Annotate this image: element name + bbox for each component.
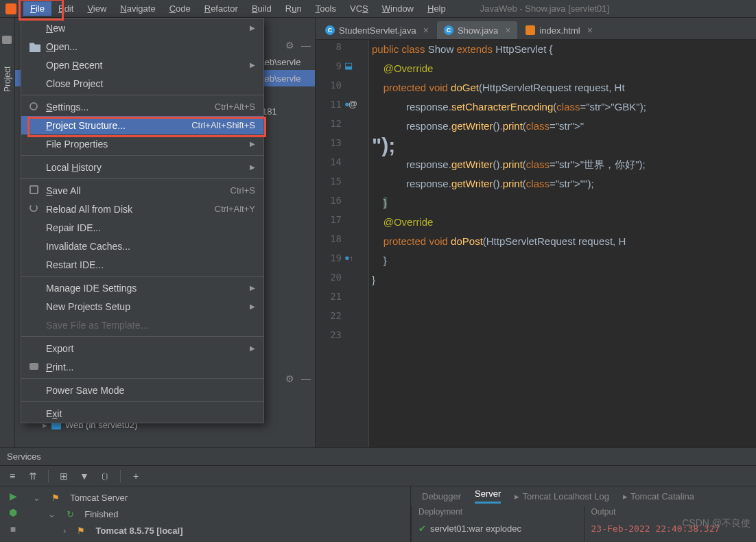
menu-item-new-projects-setup[interactable]: New Projects Setup▶ bbox=[21, 297, 263, 316]
menu-build[interactable]: Build bbox=[245, 1, 279, 16]
services-header[interactable]: Services bbox=[0, 448, 756, 466]
menu-item-restart-ide[interactable]: Restart IDE... bbox=[21, 255, 263, 274]
code-line[interactable]: public class Show extends HttpServlet { bbox=[372, 40, 756, 59]
menu-item-save-all[interactable]: Save AllCtrl+S bbox=[21, 181, 263, 200]
menu-item-settings[interactable]: Settings...Ctrl+Alt+S bbox=[21, 97, 263, 116]
menu-item-print[interactable]: Print... bbox=[21, 357, 263, 376]
menu-view[interactable]: View bbox=[80, 1, 113, 16]
deployment-item[interactable]: ✔servlet01:war explodec bbox=[412, 521, 584, 537]
tree-row[interactable]: › ⚑ Tomcat 8.5.75 [local] bbox=[33, 522, 403, 539]
stop-icon[interactable]: ■ bbox=[8, 523, 19, 534]
menu-item-new[interactable]: New▶ bbox=[21, 19, 263, 37]
close-tab-icon[interactable]: × bbox=[423, 25, 429, 36]
services-tab[interactable]: ▸Tomcat Catalina bbox=[623, 491, 694, 502]
minimize-icon[interactable]: — bbox=[301, 40, 311, 51]
gear-icon[interactable]: ⚙ bbox=[285, 373, 294, 384]
code-line[interactable]: @Override bbox=[372, 59, 756, 78]
code-line[interactable]: } bbox=[372, 251, 756, 270]
menu-vcs[interactable]: VCS bbox=[343, 1, 375, 16]
menu-item-invalidate-caches[interactable]: Invalidate Caches... bbox=[21, 237, 263, 255]
line-number[interactable]: 12 bbox=[316, 118, 342, 129]
menu-refactor[interactable]: Refactor bbox=[198, 1, 245, 16]
editor-tab[interactable]: CShow.java× bbox=[437, 21, 517, 39]
menu-item-exit[interactable]: Exit bbox=[21, 404, 263, 423]
menu-tools[interactable]: Tools bbox=[309, 1, 343, 16]
menu-item-project-structure[interactable]: Project Structure...Ctrl+Alt+Shift+S bbox=[21, 116, 263, 134]
line-number[interactable]: 15 bbox=[316, 176, 342, 187]
services-tree[interactable]: ⌄ ⚑ Tomcat Server ⌄ ↻ Finished › ⚑ Tomca… bbox=[26, 486, 410, 542]
layout-icon[interactable]: ⊞ bbox=[58, 471, 69, 482]
submenu-arrow-icon: ▶ bbox=[250, 61, 255, 69]
override-gutter-icon[interactable]: ●↑ bbox=[344, 252, 355, 263]
menu-item-power-save-mode[interactable]: Power Save Mode bbox=[21, 381, 263, 399]
line-number[interactable]: 23 bbox=[316, 329, 342, 340]
filter-icon[interactable]: ▼ bbox=[79, 471, 90, 482]
line-number[interactable]: 18 bbox=[316, 233, 342, 244]
line-number[interactable]: 9 bbox=[316, 60, 342, 71]
minimize-icon[interactable]: — bbox=[301, 373, 311, 384]
menu-item-label: File Properties bbox=[46, 139, 108, 150]
menu-item-label: Restart IDE... bbox=[46, 259, 104, 270]
services-toolbar: ≡ ⇈ ⊞ ▼ ⟮⟯ + bbox=[0, 466, 756, 486]
line-number[interactable]: 14 bbox=[316, 156, 342, 167]
menu-window[interactable]: Window bbox=[375, 1, 421, 16]
code-line[interactable]: response.getWriter().print(class="str">"… bbox=[372, 174, 756, 193]
menu-item-export[interactable]: Export▶ bbox=[21, 339, 263, 357]
line-number[interactable]: 11 bbox=[316, 99, 342, 110]
services-tab[interactable]: Server bbox=[475, 488, 501, 504]
add-icon[interactable]: + bbox=[130, 471, 141, 482]
menu-item-label: Power Save Mode bbox=[46, 385, 124, 396]
menu-navigate[interactable]: Navigate bbox=[113, 1, 162, 16]
code-line[interactable]: response.setCharacterEncoding(class="str… bbox=[372, 97, 756, 117]
code-line[interactable]: } bbox=[372, 193, 756, 213]
line-number[interactable]: 13 bbox=[316, 137, 342, 148]
override-gutter-icon[interactable]: ⬓ bbox=[344, 60, 355, 71]
run-icon[interactable]: ▶ bbox=[8, 491, 19, 502]
debug-icon[interactable]: ⬢ bbox=[8, 507, 19, 518]
line-number[interactable]: 17 bbox=[316, 214, 342, 225]
close-tab-icon[interactable]: × bbox=[587, 25, 593, 36]
menu-edit[interactable]: Edit bbox=[51, 1, 80, 16]
code-line[interactable]: @Override bbox=[372, 213, 756, 232]
close-tab-icon[interactable]: × bbox=[505, 25, 510, 36]
collapse-icon[interactable]: ⇈ bbox=[27, 471, 38, 482]
menu-item-repair-ide[interactable]: Repair IDE... bbox=[21, 218, 263, 237]
editor-tab[interactable]: index.html× bbox=[519, 21, 599, 39]
menu-item-local-history[interactable]: Local History▶ bbox=[21, 158, 263, 176]
code-line[interactable]: protected void doGet(HttpServletRequest … bbox=[372, 78, 756, 97]
menu-run[interactable]: Run bbox=[279, 1, 309, 16]
project-tool-icon[interactable] bbox=[2, 36, 12, 44]
menu-item-close-project[interactable]: Close Project bbox=[21, 74, 263, 93]
expand-icon[interactable]: ≡ bbox=[7, 471, 18, 482]
project-pane-controls-lower: ⚙ — bbox=[285, 373, 311, 384]
menu-item-manage-ide-settings[interactable]: Manage IDE Settings▶ bbox=[21, 279, 263, 297]
code-line[interactable]: response.getWriter().print(class="str">"… bbox=[372, 117, 756, 155]
tree-row[interactable]: ⌄ ⚑ Tomcat Server bbox=[33, 489, 403, 506]
code-line[interactable]: response.getWriter().print(class="str">"… bbox=[372, 155, 756, 174]
line-number[interactable]: 19 bbox=[316, 252, 342, 263]
services-tab[interactable]: ▸Tomcat Localhost Log bbox=[515, 491, 609, 502]
menu-item-reload-all-from-disk[interactable]: Reload All from DiskCtrl+Alt+Y bbox=[21, 200, 263, 218]
line-number[interactable]: 8 bbox=[316, 41, 342, 52]
tree-row[interactable]: ⌄ ↻ Finished bbox=[33, 506, 403, 522]
editor-tab[interactable]: CStudentServlet.java× bbox=[318, 21, 436, 39]
menu-item-label: Project Structure... bbox=[46, 120, 126, 131]
gear-icon[interactable]: ⚙ bbox=[285, 40, 294, 51]
menu-file[interactable]: File bbox=[23, 1, 51, 16]
menu-item-file-properties[interactable]: File Properties▶ bbox=[21, 134, 263, 153]
code-line[interactable]: protected void doPost(HttpServletRequest… bbox=[372, 232, 756, 251]
line-number[interactable]: 22 bbox=[316, 310, 342, 321]
menu-help[interactable]: Help bbox=[421, 1, 453, 16]
menu-item-open-recent[interactable]: Open Recent▶ bbox=[21, 56, 263, 74]
line-number[interactable]: 21 bbox=[316, 291, 342, 302]
code-line[interactable]: } bbox=[372, 270, 756, 290]
implements-gutter-icon[interactable]: ●@ bbox=[344, 99, 355, 110]
group-icon[interactable]: ⟮⟯ bbox=[99, 471, 110, 482]
line-number[interactable]: 20 bbox=[316, 272, 342, 283]
menu-code[interactable]: Code bbox=[163, 1, 198, 16]
line-number[interactable]: 10 bbox=[316, 80, 342, 91]
project-tool-label[interactable]: Project bbox=[3, 67, 12, 92]
menu-item-open[interactable]: Open... bbox=[21, 37, 263, 56]
services-tab[interactable]: Debugger bbox=[422, 491, 461, 502]
line-number[interactable]: 16 bbox=[316, 195, 342, 206]
